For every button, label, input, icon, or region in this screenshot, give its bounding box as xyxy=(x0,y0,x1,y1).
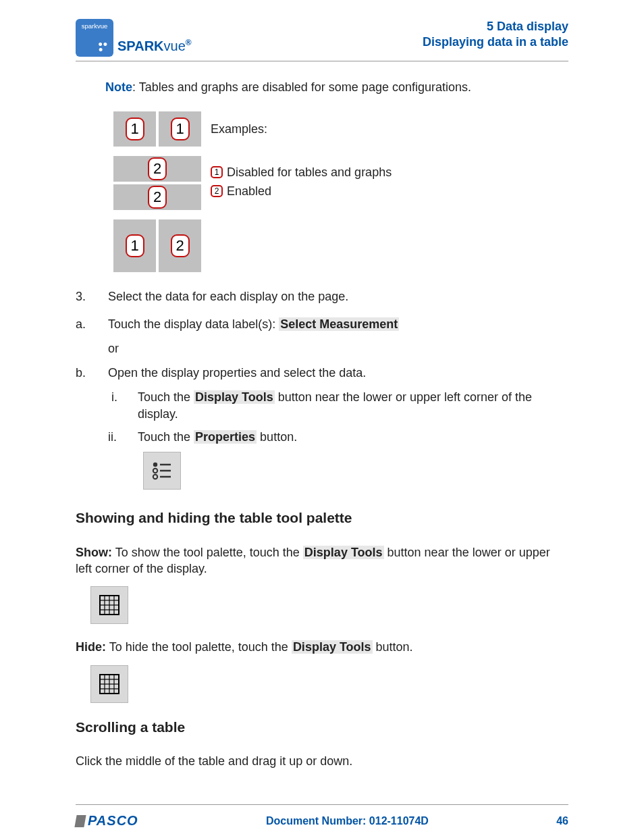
select-measurement-label: Select Measurement xyxy=(279,317,399,331)
pasco-logo-text: PASCO xyxy=(88,812,138,830)
examples-block: 1 1 Examples: 2 2 1 Disabled for tables … xyxy=(113,111,568,272)
step-b-ii: ii. Touch the Properties button. xyxy=(108,429,568,445)
step-3-text: Select the data for each display on the … xyxy=(108,288,568,305)
callout-2-icon: 2 xyxy=(211,185,223,197)
note-text: : Tables and graphs are disabled for som… xyxy=(132,80,471,94)
layout-pane: 2 xyxy=(113,184,201,210)
step-b: b. Open the display properties and selec… xyxy=(76,365,568,381)
step-b-i: i. Touch the Display Tools button near t… xyxy=(108,389,568,422)
list-marker: i. xyxy=(108,389,138,422)
step-b-ii-content: Touch the Properties button. xyxy=(138,429,568,445)
callout-1-icon: 1 xyxy=(126,234,144,257)
list-marker: 3. xyxy=(76,288,108,305)
hide-post: button. xyxy=(373,640,413,654)
header-rule xyxy=(76,61,568,61)
layout-pane: 2 xyxy=(113,156,201,182)
svg-point-4 xyxy=(153,475,157,479)
page-footer: PASCO Document Number: 012-11074D 46 xyxy=(76,804,568,830)
layout-pane: 2 xyxy=(159,219,201,272)
show-paragraph: Show: To show the tool palette, touch th… xyxy=(76,544,568,577)
step-b-i-content: Touch the Display Tools button near the … xyxy=(138,389,568,422)
layout-pane: 1 xyxy=(113,111,156,147)
note-line: Note: Tables and graphs are disabled for… xyxy=(105,79,568,95)
layout-pane: 1 xyxy=(159,111,201,147)
callout-1-icon: 1 xyxy=(211,166,223,178)
step-bii-post: button. xyxy=(257,430,297,444)
icon-dots: ••• xyxy=(98,42,108,53)
callout-1-icon: 1 xyxy=(126,118,144,140)
hide-pre: To hide the tool palette, touch the xyxy=(106,640,292,654)
show-pre: To show the tool palette, touch the xyxy=(112,546,303,559)
list-marker: a. xyxy=(76,316,108,332)
pasco-logo: PASCO xyxy=(76,812,138,830)
example-row-2: 2 2 1 Disabled for tables and graphs 2 E… xyxy=(113,156,568,210)
step-3: 3. Select the data for each display on t… xyxy=(76,288,568,305)
step-a-content: Touch the display data label(s): Select … xyxy=(108,316,568,332)
header-subsection: Displaying data in a table xyxy=(423,34,568,50)
section-scrolling-title: Scrolling a table xyxy=(76,718,568,737)
hide-paragraph: Hide: To hide the tool palette, touch th… xyxy=(76,639,568,655)
brand-pre: SPARK xyxy=(117,38,164,53)
or-text: or xyxy=(108,340,568,357)
brand-text: SPARKvue® xyxy=(117,37,192,57)
show-label: Show: xyxy=(76,546,112,559)
example-graphic-2: 2 2 xyxy=(113,156,201,210)
list-marker: ii. xyxy=(108,429,138,445)
table-grid-icon xyxy=(90,665,128,703)
step-bi-pre: Touch the xyxy=(138,390,194,404)
svg-point-0 xyxy=(153,463,157,467)
scrolling-text: Click the middle of the table and drag i… xyxy=(76,753,568,769)
legend-2-text: Enabled xyxy=(227,183,271,199)
display-tools-label: Display Tools xyxy=(292,640,373,654)
example-row-3: 1 2 xyxy=(113,219,568,272)
display-tools-label: Display Tools xyxy=(303,546,384,559)
header-section: 5 Data display xyxy=(423,19,568,34)
document-number: Document Number: 012-11074D xyxy=(266,814,429,829)
example-row-1: 1 1 Examples: xyxy=(113,111,568,147)
examples-legend: 1 Disabled for tables and graphs 2 Enabl… xyxy=(211,164,392,203)
step-a: a. Touch the display data label(s): Sele… xyxy=(76,316,568,332)
example-graphic-3: 1 2 xyxy=(113,219,201,272)
svg-point-2 xyxy=(153,469,157,473)
header-right: 5 Data display Displaying data in a tabl… xyxy=(423,19,568,51)
callout-2-icon: 2 xyxy=(148,186,167,209)
step-b-text: Open the display properties and select t… xyxy=(108,365,568,381)
brand-post: vue xyxy=(164,38,186,53)
properties-button-icon xyxy=(143,452,181,490)
callout-1-icon: 1 xyxy=(171,118,190,140)
properties-label: Properties xyxy=(194,430,257,444)
example-graphic-1: 1 1 xyxy=(113,111,201,147)
section-show-hide-title: Showing and hiding the table tool palett… xyxy=(76,509,568,527)
step-bii-pre: Touch the xyxy=(138,430,194,444)
legend-1-text: Disabled for tables and graphs xyxy=(227,164,392,180)
note-label: Note xyxy=(105,80,132,94)
page-number: 46 xyxy=(556,814,568,829)
display-tools-label: Display Tools xyxy=(194,390,275,404)
callout-2-icon: 2 xyxy=(171,234,190,257)
sparkvue-app-icon: sparkvue ••• xyxy=(76,19,113,57)
layout-pane: 1 xyxy=(113,219,156,272)
page-header: sparkvue ••• SPARKvue® 5 Data display Di… xyxy=(76,19,568,57)
table-grid-icon xyxy=(90,586,128,624)
icon-label: sparkvue xyxy=(82,22,108,30)
header-left: sparkvue ••• SPARKvue® xyxy=(76,19,192,57)
examples-title: Examples: xyxy=(211,121,267,137)
pasco-mark-icon xyxy=(74,815,86,827)
list-marker: b. xyxy=(76,365,108,381)
brand-sup: ® xyxy=(186,38,192,47)
callout-2-icon: 2 xyxy=(148,157,167,180)
hide-label: Hide: xyxy=(76,640,106,654)
step-a-pre: Touch the display data label(s): xyxy=(108,317,279,331)
